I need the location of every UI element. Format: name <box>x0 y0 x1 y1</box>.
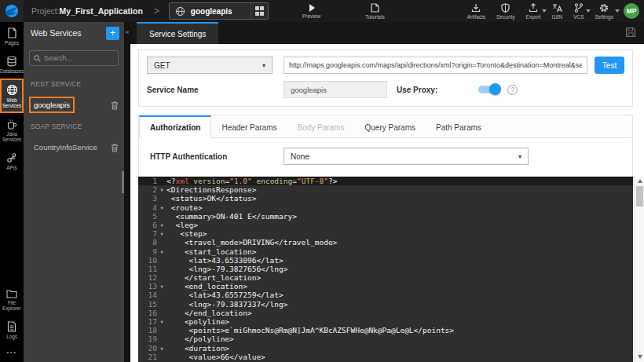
fold-marker-icon[interactable]: ▼ <box>157 221 166 229</box>
tab-service-settings[interactable]: Service Settings <box>137 22 218 44</box>
sidebar-item-file-explorer[interactable]: File Explorer <box>0 283 24 316</box>
code-line[interactable]: 13▼ <end_location> <box>138 282 633 291</box>
param-tab-query-params[interactable]: Query Params <box>355 115 426 137</box>
sidebar-item-pages[interactable]: Pages <box>0 22 24 50</box>
fold-marker-icon[interactable]: ▼ <box>157 203 166 212</box>
fold-spacer <box>157 300 166 309</box>
security-button[interactable]: Security <box>491 0 520 22</box>
code-text: </end_location> <box>166 309 633 317</box>
code-line[interactable]: 17▼ <polyline> <box>138 317 633 326</box>
logs-icon <box>7 321 16 332</box>
test-button[interactable]: Test <box>595 57 624 74</box>
delete-trash-icon[interactable] <box>111 101 119 110</box>
code-text: <route> <box>166 203 633 212</box>
export-button[interactable]: Export <box>521 0 547 22</box>
fold-marker-icon[interactable]: ▼ <box>157 185 166 194</box>
line-number: 16 <box>138 309 157 317</box>
code-line[interactable]: 14 <lat>43.6557259</lat> <box>138 291 633 299</box>
sidebar-item-databases[interactable]: Databases <box>0 50 24 79</box>
code-line[interactable]: 4▼ <route> <box>138 203 633 212</box>
line-number: 15 <box>138 300 157 309</box>
sidebar-more-button[interactable]: ••• <box>0 344 24 362</box>
settings-button[interactable]: Settings <box>590 0 620 22</box>
param-tab-path-params[interactable]: Path Params <box>426 115 492 137</box>
editor-scrollbar[interactable] <box>634 177 644 362</box>
code-line[interactable]: 19 </polyline> <box>138 335 633 343</box>
save-icon[interactable] <box>625 27 636 38</box>
scroll-up-arrow[interactable] <box>635 177 644 185</box>
scrollbar-thumb[interactable] <box>636 186 643 207</box>
sidebar-item-java-services[interactable]: Java Services <box>0 113 24 147</box>
delete-trash-icon[interactable] <box>111 143 119 152</box>
artifacts-button[interactable]: Artifacts <box>462 0 491 22</box>
code-line[interactable]: 20▼ <duration> <box>138 344 633 353</box>
search-input[interactable] <box>44 54 110 62</box>
proxy-help-icon[interactable]: ? <box>507 85 518 95</box>
code-line[interactable]: 6▼ <leg> <box>138 221 633 229</box>
service-search[interactable] <box>29 50 119 66</box>
top-right-menu: Artifacts Security Export I18N VC <box>462 0 619 22</box>
sidebar-label: File Explorer <box>2 300 22 311</box>
code-text: <lat>43.6557259</lat> <box>166 291 633 299</box>
fold-marker-icon[interactable]: ▼ <box>157 229 166 238</box>
i18n-button[interactable]: I18N <box>546 0 568 22</box>
line-number: 3 <box>138 194 157 203</box>
tutorials-button[interactable]: Tutorials <box>360 0 390 22</box>
service-list-item[interactable]: googleapis <box>24 93 124 116</box>
code-text: <travel_mode>DRIVING</travel_mode> <box>166 238 633 247</box>
vcs-button[interactable]: VCS <box>568 0 589 22</box>
service-list-item[interactable]: CountryInfoService <box>24 136 124 159</box>
fold-marker-icon[interactable]: ▼ <box>157 247 166 256</box>
code-line[interactable]: 5 <summary>ON-401 E</summary> <box>138 212 633 221</box>
service-grid-button[interactable] <box>251 3 268 19</box>
code-line[interactable]: 10 <lat>43.6533096</lat> <box>138 256 633 265</box>
fold-marker-icon[interactable]: ▼ <box>157 344 166 353</box>
code-line[interactable]: 16 </end_location> <box>138 309 633 317</box>
add-service-button[interactable]: + <box>106 27 119 40</box>
http-authentication-select[interactable]: None ▾ <box>284 148 529 165</box>
settings-caret-icon <box>615 9 620 13</box>
fold-spacer <box>157 326 166 335</box>
collapse-panel-icon[interactable]: « <box>124 28 130 36</box>
code-line[interactable]: 9▼ <start_location> <box>138 247 633 256</box>
code-line[interactable]: 2▼<DirectionsResponse> <box>138 185 633 194</box>
code-text: <end_location> <box>166 282 633 291</box>
param-tab-authorization[interactable]: Authorization <box>139 115 211 138</box>
code-line[interactable]: 15 <lng>-79.3837337</lng> <box>138 300 633 309</box>
sidebar-item-web-services[interactable]: Web Services <box>0 79 24 113</box>
fold-marker-icon[interactable]: ▼ <box>157 282 166 291</box>
response-code-editor[interactable]: 1<?xml version="1.0" encoding="UTF-8"?>2… <box>138 177 633 362</box>
user-avatar[interactable]: MP <box>624 3 639 19</box>
request-url-input[interactable] <box>284 57 587 74</box>
app-logo[interactable] <box>0 0 24 22</box>
http-method-select[interactable]: GET ▾ <box>147 57 273 74</box>
code-text: <start_location> <box>166 247 633 256</box>
use-proxy-toggle[interactable] <box>478 86 499 93</box>
code-text: <points>e`miGhmocNs@Rm@N]JmA^KBcAZSFWHe@… <box>166 326 633 335</box>
service-selector[interactable]: googleapis <box>169 2 269 20</box>
service-name-input[interactable] <box>284 81 387 98</box>
code-line[interactable]: 7▼ <step> <box>138 229 633 238</box>
code-line[interactable]: 18 <points>e`miGhmocNs@Rm@N]JmA^KBcAZSFW… <box>138 326 633 335</box>
code-line[interactable]: 21 <value>66</value> <box>138 353 633 361</box>
sidebar-label: Databases <box>0 68 24 74</box>
use-proxy-label: Use Proxy: <box>397 86 437 94</box>
preview-button[interactable]: Preview <box>297 0 326 22</box>
code-line[interactable]: 8 <travel_mode>DRIVING</travel_mode> <box>138 238 633 247</box>
code-line[interactable]: 12 </start_location> <box>138 273 633 282</box>
breadcrumb-chevron-icon: > <box>154 5 159 16</box>
code-line[interactable]: 11 <lng>-79.3827656</lng> <box>138 265 633 273</box>
http-authentication-label: HTTP Authentication <box>150 152 284 161</box>
param-tab-header-params[interactable]: Header Params <box>211 115 287 137</box>
fold-marker-icon[interactable]: ▼ <box>157 317 166 326</box>
scroll-down-arrow[interactable] <box>635 353 644 360</box>
line-number: 13 <box>138 282 157 291</box>
sidebar-item-logs[interactable]: Logs <box>0 316 24 344</box>
code-text: <polyline> <box>166 317 633 326</box>
code-line[interactable]: 3 <status>OK</status> <box>138 194 633 203</box>
project-breadcrumb[interactable]: Project:My_First_Application <box>31 6 143 16</box>
panel-splitter[interactable]: « <box>124 22 130 362</box>
fold-spacer <box>157 238 166 247</box>
sidebar-item-apis[interactable]: APIs <box>0 147 24 175</box>
code-line[interactable]: 1<?xml version="1.0" encoding="UTF-8"?> <box>138 177 633 185</box>
